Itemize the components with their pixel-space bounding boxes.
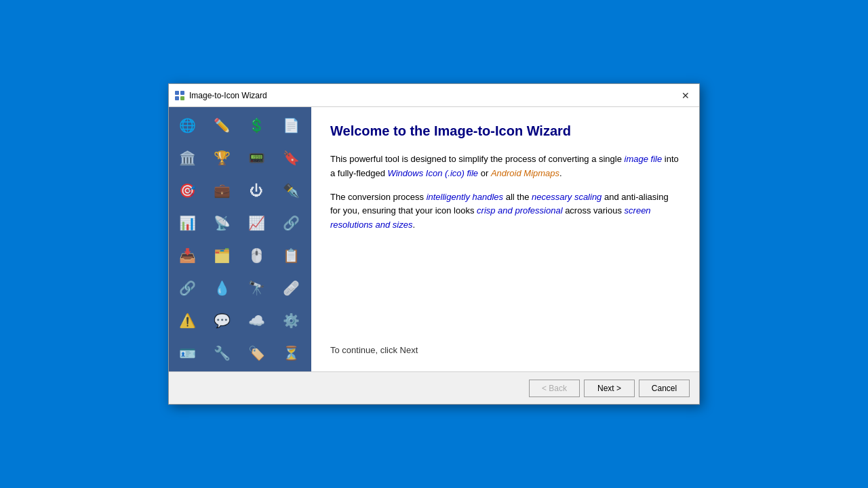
icon-panel: 🌐✏️💲📄🏛️🏆📟🔖🎯💼⏻✒️📊📡📈🔗📥🗂️🖱️📋🔗💧🔭🩹⚠️💬☁️⚙️🪪🔧🏷️… bbox=[169, 107, 311, 371]
icon-cell: 📋 bbox=[275, 240, 307, 271]
welcome-heading: Welcome to the Image-to-Icon Wizard bbox=[330, 123, 680, 139]
dialog-body: 🌐✏️💲📄🏛️🏆📟🔖🎯💼⏻✒️📊📡📈🔗📥🗂️🖱️📋🔗💧🔭🩹⚠️💬☁️⚙️🪪🔧🏷️… bbox=[169, 107, 699, 371]
next-button[interactable]: Next > bbox=[584, 380, 635, 397]
icon-cell: 🩹 bbox=[275, 272, 307, 304]
icon-cell: 🎯 bbox=[172, 175, 203, 206]
icon-cell: ✏️ bbox=[206, 110, 237, 141]
icon-cell: 🌐 bbox=[172, 110, 203, 141]
description-paragraph-1: This powerful tool is designed to simpli… bbox=[330, 152, 680, 181]
description-paragraph-2: The conversion process intelligently han… bbox=[330, 190, 680, 232]
icon-cell: 🔗 bbox=[172, 272, 203, 304]
continue-instruction: To continue, click Next bbox=[330, 345, 680, 355]
icon-cell: ⏳ bbox=[275, 338, 307, 369]
svg-rect-1 bbox=[180, 91, 184, 95]
icon-cell: 📊 bbox=[172, 207, 203, 239]
close-button[interactable]: ✕ bbox=[677, 88, 694, 103]
icon-cell: 📥 bbox=[172, 240, 203, 271]
footer: < Back Next > Cancel bbox=[169, 371, 699, 404]
title-bar-left: Image-to-Icon Wizard bbox=[174, 90, 267, 101]
app-icon bbox=[174, 90, 185, 101]
cancel-button[interactable]: Cancel bbox=[639, 380, 690, 397]
icon-cell: 📟 bbox=[241, 142, 272, 174]
icon-cell: 📄 bbox=[275, 110, 307, 141]
icon-cell: 💬 bbox=[206, 305, 237, 336]
icon-cell: 💼 bbox=[206, 175, 237, 206]
icon-cell: 📈 bbox=[241, 207, 272, 239]
wizard-dialog: Image-to-Icon Wizard ✕ 🌐✏️💲📄🏛️🏆📟🔖🎯💼⏻✒️📊📡… bbox=[168, 83, 700, 405]
icon-cell: ☁️ bbox=[241, 305, 272, 336]
svg-rect-0 bbox=[175, 91, 179, 95]
back-button[interactable]: < Back bbox=[529, 380, 580, 397]
icon-cell: ⚠️ bbox=[172, 305, 203, 336]
icon-cell: ✒️ bbox=[275, 175, 307, 206]
icon-cell: 🏷️ bbox=[241, 338, 272, 369]
icon-cell: 💲 bbox=[241, 110, 272, 141]
icon-cell: ⏻ bbox=[241, 175, 272, 206]
icon-cell: 🪪 bbox=[172, 338, 203, 369]
content-panel: Welcome to the Image-to-Icon Wizard This… bbox=[311, 107, 699, 371]
icon-cell: ⚙️ bbox=[275, 305, 307, 336]
svg-rect-2 bbox=[175, 96, 179, 100]
icon-cell: 💧 bbox=[206, 272, 237, 304]
title-bar: Image-to-Icon Wizard ✕ bbox=[169, 84, 699, 107]
icon-cell: 🔗 bbox=[275, 207, 307, 239]
icon-cell: 🏛️ bbox=[172, 142, 203, 174]
icon-cell: 🔖 bbox=[275, 142, 307, 174]
svg-rect-3 bbox=[180, 96, 184, 100]
icon-cell: 🔭 bbox=[241, 272, 272, 304]
icon-cell: 🖱️ bbox=[241, 240, 272, 271]
icon-cell: 📡 bbox=[206, 207, 237, 239]
window-title: Image-to-Icon Wizard bbox=[189, 91, 267, 100]
icon-cell: 🔧 bbox=[206, 338, 237, 369]
icon-cell: 🗂️ bbox=[206, 240, 237, 271]
icon-cell: 🏆 bbox=[206, 142, 237, 174]
